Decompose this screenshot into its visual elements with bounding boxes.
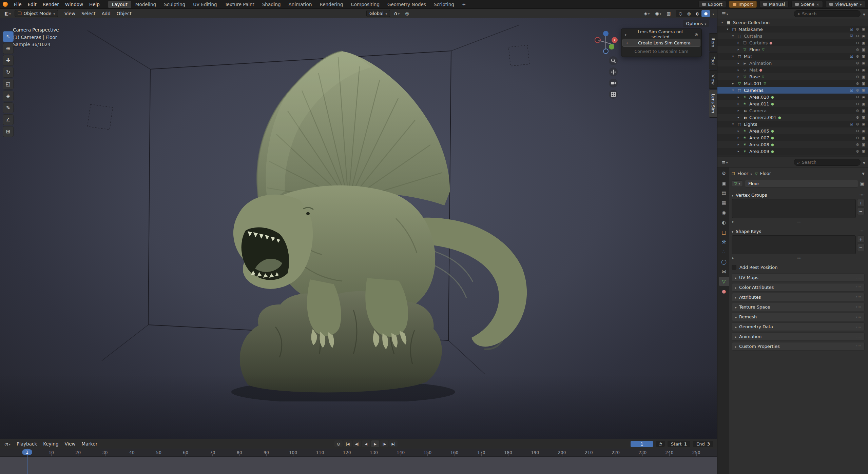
workspace-tab[interactable]: Texture Paint: [221, 1, 258, 8]
panel-drag-grip[interactable]: [856, 325, 861, 329]
material-tab[interactable]: [719, 287, 729, 296]
transform-orientation-dropdown[interactable]: Global: [366, 10, 390, 17]
disable-in-render-toggle[interactable]: [862, 41, 865, 45]
workspace-tab[interactable]: +: [458, 1, 469, 8]
zoom-icon[interactable]: [609, 56, 618, 65]
create-lens-sim-camera-button[interactable]: Create Lens Sim Camera: [622, 39, 700, 47]
expand-arrow[interactable]: ▸: [736, 129, 740, 133]
outliner-row[interactable]: ▸ Mat: [717, 66, 868, 73]
expand-arrow[interactable]: ▾: [720, 21, 724, 24]
menu-item[interactable]: Render: [40, 1, 62, 8]
hide-in-viewport-toggle[interactable]: [856, 129, 859, 133]
output-tab[interactable]: [719, 189, 729, 197]
timeline-ruler[interactable]: 1 10 20 30 40 50 60 70 80 90: [0, 449, 717, 457]
tool-tab[interactable]: [719, 169, 729, 178]
outliner-row[interactable]: ▸ Base: [717, 73, 868, 80]
panel-drag-grip[interactable]: [856, 285, 861, 289]
disable-in-render-toggle[interactable]: [862, 142, 865, 147]
expand-arrow[interactable]: ▾: [731, 55, 735, 58]
timeline-menu-item[interactable]: Playback: [14, 440, 40, 447]
properties-panel-collapsed[interactable]: Animation: [732, 332, 865, 341]
expand-arrow[interactable]: ▸: [736, 95, 740, 99]
proportional-editing-toggle[interactable]: [403, 11, 410, 16]
hide-in-viewport-toggle[interactable]: [856, 54, 859, 59]
disable-in-render-toggle[interactable]: [862, 61, 865, 65]
outliner-row[interactable]: ▾ Curtains: [717, 33, 868, 39]
object-data-tab[interactable]: [719, 277, 729, 286]
hide-in-viewport-toggle[interactable]: [856, 41, 859, 45]
outliner-search[interactable]: [794, 10, 861, 17]
outliner-row[interactable]: ▸ Area.010: [717, 94, 868, 100]
properties-panel-collapsed[interactable]: Geometry Data: [732, 322, 865, 331]
menu-item[interactable]: File: [11, 1, 25, 8]
add-vertex-group-button[interactable]: +: [857, 199, 865, 206]
expand-arrow[interactable]: ▸: [736, 136, 740, 139]
breadcrumb-object-name[interactable]: Floor: [737, 171, 748, 176]
expand-arrow[interactable]: ▸: [736, 143, 740, 146]
expand-arrow[interactable]: ▸: [736, 102, 740, 105]
add-shape-key-button[interactable]: +: [857, 235, 865, 243]
add-cube-tool[interactable]: [3, 126, 14, 137]
export-button[interactable]: Export: [698, 1, 726, 8]
expand-arrow[interactable]: ▸: [736, 116, 740, 119]
panel-resize-dots[interactable]: [797, 220, 801, 223]
timeline-menu-item[interactable]: Keying: [40, 440, 61, 447]
expand-arrow[interactable]: ▸: [731, 82, 735, 85]
workspace-tab[interactable]: Compositing: [347, 1, 383, 8]
disable-in-render-toggle[interactable]: [862, 34, 865, 38]
timeline-editor-type-dropdown[interactable]: [3, 441, 12, 447]
panel-drag-grip[interactable]: [856, 344, 861, 348]
outliner-row[interactable]: ▸ Area.011: [717, 100, 868, 107]
sidebar-tab[interactable]: View: [709, 70, 717, 89]
disable-in-render-toggle[interactable]: [862, 129, 865, 133]
shape-keys-panel-header[interactable]: Shape Keys: [732, 227, 865, 235]
shading-options-chevron-icon[interactable]: [712, 11, 714, 16]
hide-in-viewport-toggle[interactable]: [856, 61, 859, 65]
timeline-menu-item[interactable]: View: [61, 440, 78, 447]
outliner-row[interactable]: ▸ Floor: [717, 46, 868, 53]
workspace-tab[interactable]: Layout: [108, 1, 131, 8]
subpanel-arrow-icon[interactable]: [732, 220, 734, 223]
manual-button[interactable]: Manual: [759, 1, 789, 8]
workspace-tab[interactable]: Animation: [285, 1, 316, 8]
tool-options-dropdown[interactable]: Options: [683, 20, 709, 27]
convert-lens-sim-camera-button[interactable]: Convert to Lens Sim Cam: [622, 47, 700, 55]
properties-panel-collapsed[interactable]: Custom Properties: [732, 342, 865, 351]
start-frame-field[interactable]: Start 1: [668, 441, 690, 447]
filter-icon[interactable]: [863, 11, 865, 17]
expand-arrow[interactable]: ▾: [731, 122, 735, 126]
expand-arrow[interactable]: ▸: [736, 68, 740, 72]
panel-drag-grip[interactable]: [856, 335, 861, 338]
disable-in-render-toggle[interactable]: [862, 47, 865, 52]
sidebar-tab[interactable]: Item: [709, 33, 717, 52]
vertex-groups-list[interactable]: [732, 199, 856, 218]
disable-in-render-toggle[interactable]: [862, 68, 865, 72]
remove-vertex-group-button[interactable]: −: [857, 208, 865, 215]
render-tab[interactable]: [719, 179, 729, 187]
rotate-tool[interactable]: [3, 67, 14, 78]
workspace-tab[interactable]: UV Editing: [189, 1, 220, 8]
timeline-track-area[interactable]: 1 10 20 30 40 50 60 70 80 90: [0, 449, 717, 474]
outliner-row[interactable]: ▸ Area.009: [717, 148, 868, 155]
outliner-row[interactable]: ▸ Camera: [717, 107, 868, 114]
timeline-menu-item[interactable]: Marker: [79, 440, 101, 447]
outliner-row[interactable]: ▾ Matlakame: [717, 26, 868, 33]
panel-drag-grip[interactable]: [856, 315, 861, 319]
scene-selector[interactable]: Scene: [791, 1, 823, 8]
panel-drag-grip[interactable]: [860, 230, 865, 233]
mode-dropdown[interactable]: Object Mode: [15, 10, 58, 17]
scale-tool[interactable]: [3, 79, 14, 90]
auto-keying-toggle[interactable]: [334, 440, 343, 447]
hide-in-viewport-toggle[interactable]: [856, 122, 859, 126]
expand-arrow[interactable]: ▾: [731, 34, 735, 38]
navigation-gizmo[interactable]: X: [593, 29, 619, 56]
outliner-row[interactable]: ▾ Cameras: [717, 87, 868, 94]
outliner-row[interactable]: ▸ Area.008: [717, 141, 868, 148]
particles-tab[interactable]: [719, 248, 729, 256]
expand-arrow[interactable]: ▸: [736, 75, 740, 78]
hide-in-viewport-toggle[interactable]: [856, 136, 859, 140]
workspace-tab[interactable]: Geometry Nodes: [384, 1, 430, 8]
menu-item[interactable]: Edit: [25, 1, 40, 8]
properties-panel-collapsed[interactable]: Attributes: [732, 293, 865, 301]
viewport-menu-item[interactable]: View: [61, 10, 78, 17]
